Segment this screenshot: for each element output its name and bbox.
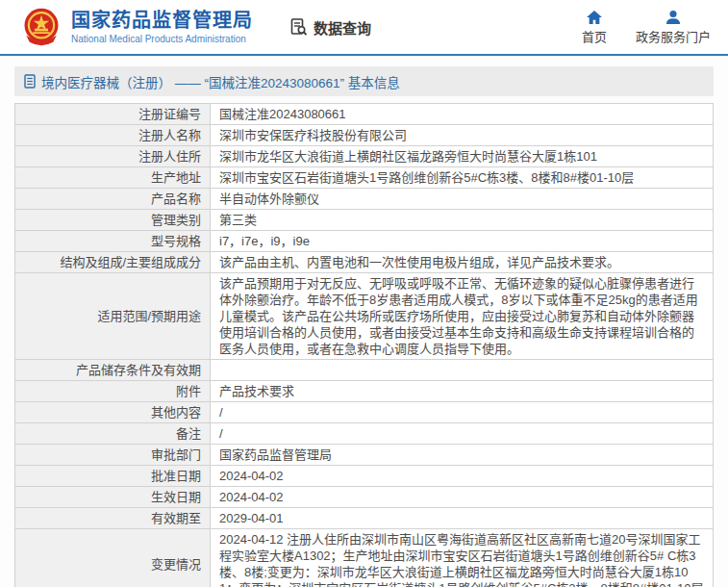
table-row: 变更情况2024-04-12 注册人住所由深圳市南山区粤海街道高新区社区高新南七… <box>15 529 714 587</box>
row-label: 注册人住所 <box>15 146 211 167</box>
row-label-text: 型号规格 <box>151 234 201 248</box>
table-row: 审批部门国家药品监督管理局 <box>15 445 714 466</box>
row-value: 第三类 <box>211 210 714 231</box>
data-query-label: 数据查询 <box>314 17 371 38</box>
user-icon <box>665 10 682 25</box>
row-value: / <box>211 402 714 423</box>
row-label-text: 注册人住所 <box>138 149 201 164</box>
table-row: 生产地址深圳市宝安区石岩街道塘头1号路创维创新谷5#C栋3楼、8楼和8#楼01-… <box>15 167 714 189</box>
row-label-text: 批准日期 <box>151 469 201 483</box>
brand-text: 国家药品监督管理局 National Medical Products Admi… <box>71 10 253 44</box>
row-value: / <box>211 423 714 445</box>
row-value: i7，i7e，i9，i9e <box>211 231 714 252</box>
row-value: 深圳市宝安区石岩街道塘头1号路创维创新谷5#C栋3楼、8楼和8#楼01-10层 <box>211 167 714 189</box>
row-label-text: 备注 <box>176 426 201 441</box>
row-label: 适用范围/预期用途 <box>15 273 211 360</box>
nav-label-home: 首页 <box>582 27 607 45</box>
home-icon <box>586 10 603 25</box>
row-label: 产品名称 <box>15 189 211 210</box>
row-label-text: 结构及组成/主要组成成分 <box>60 255 201 269</box>
row-value: 国械注准20243080661 <box>211 104 714 125</box>
row-label: 变更情况 <box>15 529 211 587</box>
row-value <box>211 360 714 381</box>
row-value: 该产品由主机、内置电池和一次性使用电极片组成，详见产品技术要求。 <box>211 252 714 273</box>
row-label: 备注 <box>15 423 211 445</box>
page: 国家药品监督管理局 National Medical Products Admi… <box>0 0 728 587</box>
row-label: 附件 <box>15 381 211 402</box>
row-value: 产品技术要求 <box>211 381 714 402</box>
row-label: 注册人名称 <box>15 125 211 146</box>
site-title: 国家药品监督管理局 <box>71 10 253 31</box>
table-row: 适用范围/预期用途该产品预期用于对无反应、无呼吸或呼吸不正常、无循环迹象的疑似心… <box>15 273 714 360</box>
table-row: 注册人名称深圳市安保医疗科技股份有限公司 <box>15 125 714 146</box>
table-row: 备注/ <box>15 423 714 445</box>
nav-item-portal[interactable]: 政务服务门户 <box>636 10 711 45</box>
china-national-emblem-icon <box>21 7 62 47</box>
row-label: 审批部门 <box>15 445 211 466</box>
table-row: 管理类别第三类 <box>15 210 714 231</box>
site-subtitle: National Medical Products Administration <box>71 34 253 44</box>
brand: 国家药品监督管理局 National Medical Products Admi… <box>21 7 253 47</box>
row-label: 管理类别 <box>15 210 211 231</box>
site-header: 国家药品监督管理局 National Medical Products Admi… <box>0 0 728 56</box>
row-label: 结构及组成/主要组成成分 <box>15 252 211 273</box>
table-row: 结构及组成/主要组成成分该产品由主机、内置电池和一次性使用电极片组成，详见产品技… <box>15 252 714 273</box>
row-value: 2024-04-12 注册人住所由深圳市南山区粤海街道高新区社区高新南七道20号… <box>211 529 714 587</box>
table-row: 生效日期2024-04-02 <box>15 487 714 508</box>
data-query-button[interactable]: 数据查询 <box>289 17 371 38</box>
row-label-text: 其他内容 <box>151 405 201 420</box>
table-row: 批准日期2024-04-02 <box>15 466 714 487</box>
row-label-text: 产品储存条件及有效期 <box>76 363 201 377</box>
row-label: 有效期至 <box>15 508 211 529</box>
nav-item-home[interactable]: 首页 <box>582 10 607 45</box>
table-row: 注册人住所深圳市龙华区大浪街道上横朗社区福龙路旁恒大时尚慧谷大厦1栋101 <box>15 146 714 167</box>
row-label-text: 生效日期 <box>151 490 201 504</box>
row-value: 国家药品监督管理局 <box>211 445 714 466</box>
row-value: 2024-04-02 <box>211 487 714 508</box>
table-row: 有效期至2029-04-01 <box>15 508 714 529</box>
row-value: 2029-04-01 <box>211 508 714 529</box>
row-label: 生产地址 <box>15 167 211 189</box>
row-label-text: 产品名称 <box>151 191 201 206</box>
table-row: 注册证编号国械注准20243080661 <box>15 104 714 125</box>
table-row: 型号规格i7，i7e，i9，i9e <box>15 231 714 252</box>
breadcrumb-text: 境内医疗器械（注册） —— “国械注准20243080661” 基本信息 <box>41 72 400 91</box>
breadcrumb: 境内医疗器械（注册） —— “国械注准20243080661” 基本信息 <box>14 66 714 96</box>
row-value: 深圳市安保医疗科技股份有限公司 <box>211 125 714 146</box>
row-label-text: 管理类别 <box>151 213 201 227</box>
table-row: 附件产品技术要求 <box>15 381 714 402</box>
table-row: 产品储存条件及有效期 <box>15 360 714 381</box>
row-label: 生效日期 <box>15 487 211 508</box>
registration-table-body: 注册证编号国械注准20243080661注册人名称深圳市安保医疗科技股份有限公司… <box>15 104 714 587</box>
row-label-text: 变更情况 <box>151 557 201 572</box>
table-row: 其他内容/ <box>15 402 714 423</box>
document-icon <box>24 74 37 89</box>
document-search-icon <box>289 17 309 37</box>
row-label: 注册证编号 <box>15 104 211 125</box>
row-label-text: 注册人名称 <box>138 128 201 142</box>
row-label-text: 有效期至 <box>151 511 201 525</box>
row-label: 批准日期 <box>15 466 211 487</box>
row-label: 产品储存条件及有效期 <box>15 360 211 381</box>
row-label: 其他内容 <box>15 402 211 423</box>
row-value: 2024-04-02 <box>211 466 714 487</box>
row-label: 型号规格 <box>15 231 211 252</box>
row-label-text: 适用范围/预期用途 <box>97 309 201 323</box>
row-value: 该产品预期用于对无反应、无呼吸或呼吸不正常、无循环迹象的疑似心脏骤停患者进行体外… <box>211 273 714 360</box>
row-label-text: 注册证编号 <box>138 107 201 121</box>
row-value: 半自动体外除颤仪 <box>211 189 714 210</box>
row-label-text: 附件 <box>176 384 201 398</box>
header-nav: 首页 政务服务门户 <box>582 10 711 45</box>
row-label-text: 审批部门 <box>151 447 201 462</box>
content: 境内医疗器械（注册） —— “国械注准20243080661” 基本信息 注册证… <box>0 56 728 587</box>
registration-info-table: 注册证编号国械注准20243080661注册人名称深圳市安保医疗科技股份有限公司… <box>14 103 714 587</box>
nav-label-portal: 政务服务门户 <box>636 27 711 45</box>
row-value: 深圳市龙华区大浪街道上横朗社区福龙路旁恒大时尚慧谷大厦1栋101 <box>211 146 714 167</box>
row-label-text: 生产地址 <box>151 170 201 185</box>
table-row: 产品名称半自动体外除颤仪 <box>15 189 714 210</box>
